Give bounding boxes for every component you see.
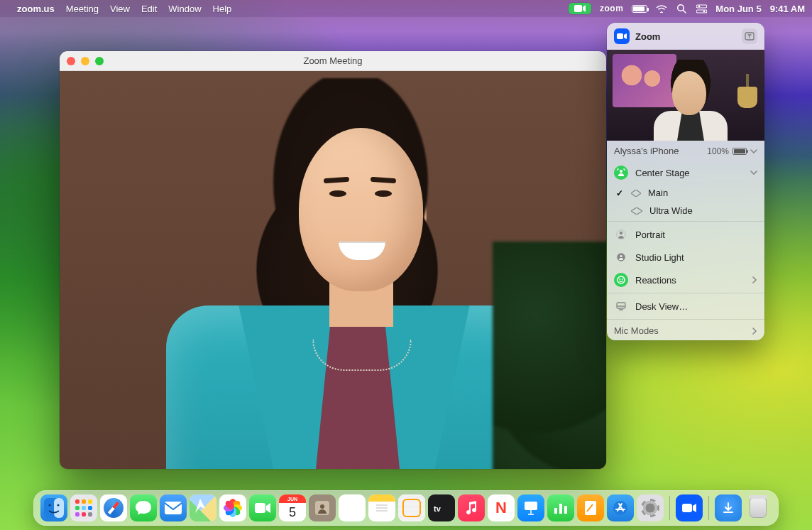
dock-maps[interactable] (190, 494, 216, 521)
background-plant (493, 242, 606, 469)
menubar-date[interactable]: Mon Jun 5 (715, 4, 761, 14)
menubar-app-name[interactable]: zoom.us (17, 4, 55, 14)
chevron-down-icon (750, 170, 757, 175)
svg-point-15 (619, 278, 620, 280)
row-center-stage[interactable]: Center Stage (607, 161, 764, 184)
row-lens-main[interactable]: ✓ Main (607, 184, 764, 202)
wifi-icon[interactable] (656, 3, 667, 14)
svg-rect-37 (564, 506, 567, 514)
row-label: Ultra Wide (649, 205, 757, 216)
svg-point-9 (620, 170, 622, 173)
dock-mail[interactable] (160, 494, 187, 521)
row-label: Portrait (635, 229, 757, 240)
dock-notes[interactable] (368, 494, 395, 521)
control-center-icon[interactable] (696, 3, 707, 14)
dock-separator (708, 496, 709, 520)
dock-launchpad[interactable] (70, 494, 97, 521)
svg-point-22 (49, 504, 51, 507)
dock-news[interactable]: N (488, 494, 515, 521)
dock-freeform[interactable] (398, 494, 425, 521)
menubar-item-help[interactable]: Help (213, 4, 232, 14)
panel-expand-button[interactable] (742, 28, 757, 44)
chevron-right-icon (752, 328, 757, 335)
menubar-item-view[interactable]: View (110, 4, 130, 14)
camera-status-pill[interactable] (569, 3, 591, 14)
studio-light-icon (614, 250, 628, 264)
row-label: Main (648, 188, 757, 198)
row-mic-modes[interactable]: Mic Modes (607, 321, 764, 340)
menubar-zoom-status[interactable]: zoom (600, 4, 623, 13)
dock-pages[interactable] (577, 494, 604, 521)
chevron-down-icon (750, 146, 757, 156)
dock-music[interactable] (458, 494, 485, 521)
row-desk-view[interactable]: Desk View… (607, 295, 764, 318)
panel-header: Zoom (607, 23, 764, 50)
camera-device-row[interactable]: Alyssa's iPhone 100% (607, 141, 764, 161)
row-label: Studio Light (635, 252, 757, 263)
svg-rect-3 (696, 5, 707, 8)
dock-tv[interactable]: tv (428, 494, 455, 521)
camera-preview (607, 50, 764, 141)
lens-icon (631, 207, 642, 215)
svg-point-16 (622, 278, 623, 280)
svg-point-6 (703, 10, 705, 12)
dock-photos[interactable] (219, 494, 246, 521)
svg-point-27 (320, 504, 324, 509)
calendar-month: JUN (279, 494, 306, 503)
dock-finder[interactable] (40, 494, 67, 521)
svg-point-13 (620, 255, 622, 257)
battery-icon (733, 148, 747, 155)
reactions-icon (614, 273, 628, 287)
dock-separator (669, 496, 670, 520)
calendar-day: 5 (279, 503, 306, 521)
center-stage-icon (614, 166, 628, 180)
svg-rect-7 (617, 33, 623, 39)
svg-rect-17 (617, 303, 625, 308)
svg-rect-5 (696, 10, 707, 13)
chevron-right-icon (752, 276, 757, 283)
dock-trash[interactable] (745, 494, 772, 521)
row-label: Center Stage (635, 168, 743, 178)
dock-messages[interactable] (130, 494, 157, 521)
dock-appstore[interactable] (607, 494, 634, 521)
svg-rect-25 (255, 503, 265, 513)
battery-status-icon[interactable] (632, 5, 647, 13)
row-studio-light[interactable]: Studio Light (607, 246, 764, 269)
svg-rect-35 (554, 508, 557, 514)
background-lamp (737, 87, 757, 108)
dock-downloads[interactable] (715, 494, 742, 521)
svg-point-23 (57, 504, 60, 507)
svg-point-14 (618, 276, 625, 283)
dock-facetime[interactable] (249, 494, 276, 521)
svg-point-10 (620, 232, 622, 234)
menubar-item-edit[interactable]: Edit (141, 4, 157, 14)
dock-calendar[interactable]: JUN5 (279, 494, 306, 521)
zoom-meeting-window: Zoom Meeting (60, 51, 606, 469)
lens-icon (631, 190, 641, 197)
dock: JUN5 tv N (33, 490, 779, 526)
dock-contacts[interactable] (309, 494, 336, 521)
dock-zoom[interactable] (676, 494, 703, 521)
dock-safari[interactable] (100, 494, 127, 521)
menubar-item-window[interactable]: Window (168, 4, 201, 14)
svg-rect-32 (525, 502, 537, 510)
svg-rect-24 (165, 502, 182, 514)
zoom-main-video (60, 71, 606, 469)
dock-reminders[interactable] (339, 494, 366, 521)
row-portrait[interactable]: Portrait (607, 223, 764, 246)
row-label: Desk View… (635, 301, 757, 312)
row-lens-ultrawide[interactable]: Ultra Wide (607, 202, 764, 220)
menubar-time[interactable]: 9:41 AM (770, 4, 805, 14)
dock-system-settings[interactable] (637, 494, 664, 521)
svg-rect-36 (559, 504, 562, 514)
dock-numbers[interactable] (547, 494, 574, 521)
menubar-item-meeting[interactable]: Meeting (66, 4, 99, 14)
spotlight-icon[interactable] (676, 3, 687, 14)
zoom-window-titlebar[interactable]: Zoom Meeting (60, 51, 606, 71)
panel-app-name: Zoom (635, 31, 736, 42)
video-effects-panel: Zoom Alyssa's iPhone 100% Center Stage (607, 23, 764, 340)
svg-rect-21 (54, 498, 64, 518)
dock-keynote[interactable] (517, 494, 544, 521)
row-reactions[interactable]: Reactions (607, 269, 764, 291)
desk-view-icon (614, 299, 628, 313)
